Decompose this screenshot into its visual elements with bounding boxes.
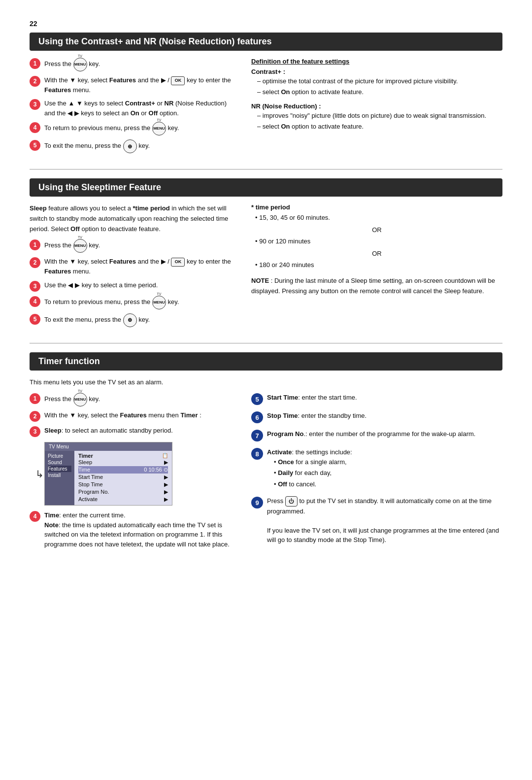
step1-2: 2 With the ▼ key, select Features and th… bbox=[30, 75, 236, 95]
timer-menu-picture: Picture bbox=[48, 453, 71, 459]
step-num-1-4: 4 bbox=[30, 122, 40, 133]
arrow-left: ↳ bbox=[35, 468, 44, 480]
step3-9: 9 Press ⏻ to put the TV set in standby. … bbox=[251, 496, 502, 545]
step2-1: 1 Press the TVMENU key. bbox=[30, 239, 236, 253]
or-label-2: OR bbox=[251, 250, 502, 257]
timer-diagram-header: TV Menu bbox=[45, 442, 172, 451]
timer-diagram: TV Menu Picture Sound Features Install T… bbox=[44, 442, 172, 506]
nr-item-1: improves "noisy" picture (little dots on… bbox=[251, 111, 502, 121]
timer-row-activate: Activate▶ bbox=[78, 496, 168, 503]
sleep-note: NOTE : During the last minute of a Sleep… bbox=[251, 276, 502, 297]
step-num-3-6: 6 bbox=[251, 411, 263, 423]
step-num-3-4: 4 bbox=[30, 511, 40, 522]
activate-once: Once for a single alarm, bbox=[267, 457, 502, 467]
sleep-intro: Sleep feature allows you to select a *ti… bbox=[30, 203, 236, 234]
contrast-item-1: optimise the total contrast of the pictu… bbox=[251, 76, 502, 86]
step3-7: 7 Program No.: enter the number of the p… bbox=[251, 429, 502, 441]
section2-title: Using the Sleeptimer Feature bbox=[30, 178, 502, 197]
step-num-1-1: 1 bbox=[30, 58, 40, 69]
timer-row-stop: Stop Time▶ bbox=[78, 481, 168, 488]
step-num-2-5: 5 bbox=[30, 314, 40, 325]
menu-key-5[interactable]: TVMENU bbox=[73, 393, 87, 407]
step1-5: 5 To exit the menu, press the ⊕ key. bbox=[30, 139, 236, 153]
timer-diagram-container: TV Menu Picture Sound Features Install T… bbox=[44, 442, 236, 506]
timer-row-start: Start Time▶ bbox=[78, 474, 168, 481]
contrast-title: Contrast+ : bbox=[251, 68, 502, 75]
timer-menu-features: Features bbox=[48, 466, 71, 472]
section2-right: * time period 15, 30, 45 or 60 minutes. … bbox=[251, 203, 502, 331]
step2-5: 5 To exit the menu, press the ⊕ key. bbox=[30, 313, 236, 327]
step-num-2-4: 4 bbox=[30, 296, 40, 307]
divider-1 bbox=[30, 169, 502, 170]
section-sleeptimer: Using the Sleeptimer Feature Sleep featu… bbox=[30, 178, 502, 331]
menu-key-4[interactable]: TVMENU bbox=[152, 296, 166, 309]
step3-4: 4 Time: enter the current time. Note: th… bbox=[30, 510, 236, 549]
step3-2: 2 With the ▼ key, select the Features me… bbox=[30, 410, 236, 422]
timer-row-program: Program No.▶ bbox=[78, 488, 168, 496]
timer-menu-sound: Sound bbox=[48, 459, 71, 466]
menu-key-1[interactable]: TVMENU bbox=[73, 58, 87, 71]
nr-def: NR (Noise Reduction) : improves "noisy" … bbox=[251, 102, 502, 131]
step-num-1-2: 2 bbox=[30, 76, 40, 87]
step1-1: 1 Press the TVMENU key. bbox=[30, 58, 236, 71]
step-num-1-3: 3 bbox=[30, 99, 40, 110]
section3-left: 1 Press the TVMENU key. 2 With the ▼ key… bbox=[30, 393, 236, 553]
timer-menu-install: Install bbox=[48, 472, 71, 478]
ok-key-1[interactable]: OK bbox=[171, 76, 185, 85]
step-num-2-1: 1 bbox=[30, 239, 40, 250]
divider-2 bbox=[30, 343, 502, 343]
time-period-title: * time period bbox=[251, 203, 502, 211]
timer-panel-title: Timer 📋 bbox=[78, 453, 168, 459]
ok-key-2[interactable]: OK bbox=[171, 258, 185, 267]
page-number: 22 bbox=[30, 20, 502, 28]
time-item-2: 90 or 120 minutes bbox=[251, 237, 502, 247]
standby-key[interactable]: ⏻ bbox=[285, 496, 298, 507]
step-num-3-1: 1 bbox=[30, 393, 40, 404]
activate-off: Off to cancel. bbox=[267, 479, 502, 489]
def-title-1: Definition of the feature settings bbox=[251, 58, 502, 65]
step2-4: 4 To return to previous menu, press the … bbox=[30, 296, 236, 309]
menu-key-3[interactable]: TVMENU bbox=[73, 239, 87, 253]
activate-daily: Daily for each day, bbox=[267, 468, 502, 478]
section1-title: Using the Contrast+ and NR (Noise Reduct… bbox=[30, 33, 502, 51]
time-item-1: 15, 30, 45 or 60 minutes. bbox=[251, 213, 502, 223]
or-label-1: OR bbox=[251, 226, 502, 234]
section-contrast: Using the Contrast+ and NR (Noise Reduct… bbox=[30, 33, 502, 157]
step-num-3-5: 5 bbox=[251, 393, 263, 405]
timer-row-sleep: Sleep▶ bbox=[78, 459, 168, 466]
section1-right: Definition of the feature settings Contr… bbox=[251, 58, 502, 157]
step3-3: 3 Sleep: to select an automatic standby … bbox=[30, 426, 236, 437]
step-num-2-2: 2 bbox=[30, 257, 40, 268]
step-num-2-3: 3 bbox=[30, 281, 40, 292]
step-num-3-8: 8 bbox=[251, 448, 263, 460]
exit-key-1[interactable]: ⊕ bbox=[123, 139, 137, 153]
step3-8: 8 Activate: the settings include: Once f… bbox=[251, 447, 502, 490]
step-num-3-9: 9 bbox=[251, 497, 263, 509]
step1-4: 4 To return to previous menu, press the … bbox=[30, 122, 236, 136]
time-item-3: 180 or 240 minutes bbox=[251, 260, 502, 271]
step-num-3-3: 3 bbox=[30, 426, 40, 437]
step2-2: 2 With the ▼ key, select Features and th… bbox=[30, 257, 236, 276]
section1-left: 1 Press the TVMENU key. 2 With the ▼ key… bbox=[30, 58, 236, 157]
section-timer: Timer function This menu lets you use th… bbox=[30, 352, 502, 553]
timer-right-panel: Timer 📋 Sleep▶ Time0 10:56 ⊙ Start Time▶ bbox=[74, 451, 172, 505]
step3-1: 1 Press the TVMENU key. bbox=[30, 393, 236, 407]
section2-left: Sleep feature allows you to select a *ti… bbox=[30, 203, 236, 331]
step3-6: 6 Stop Time: enter the standby time. bbox=[251, 411, 502, 423]
contrast-def: Contrast+ : optimise the total contrast … bbox=[251, 68, 502, 97]
section3-right: 5 Start Time: enter the start time. 6 St… bbox=[251, 393, 502, 553]
timer-intro: This menu lets you use the TV set as an … bbox=[30, 377, 502, 387]
section3-title: Timer function bbox=[30, 352, 502, 371]
step-num-3-2: 2 bbox=[30, 411, 40, 422]
step2-3: 3 Use the ◀ ▶ key to select a time perio… bbox=[30, 280, 236, 292]
nr-title: NR (Noise Reduction) : bbox=[251, 102, 502, 110]
step1-3: 3 Use the ▲ ▼ keys to select Contrast+ o… bbox=[30, 99, 236, 118]
exit-key-2[interactable]: ⊕ bbox=[123, 313, 137, 327]
step-num-1-5: 5 bbox=[30, 140, 40, 151]
contrast-item-2: select On option to activate feature. bbox=[251, 87, 502, 97]
nr-item-2: select On option to activate feature. bbox=[251, 122, 502, 132]
menu-key-2[interactable]: TVMENU bbox=[152, 122, 166, 136]
timer-row-time: Time0 10:56 ⊙ bbox=[78, 466, 168, 474]
step-num-3-7: 7 bbox=[251, 430, 263, 441]
step3-5: 5 Start Time: enter the start time. bbox=[251, 393, 502, 405]
